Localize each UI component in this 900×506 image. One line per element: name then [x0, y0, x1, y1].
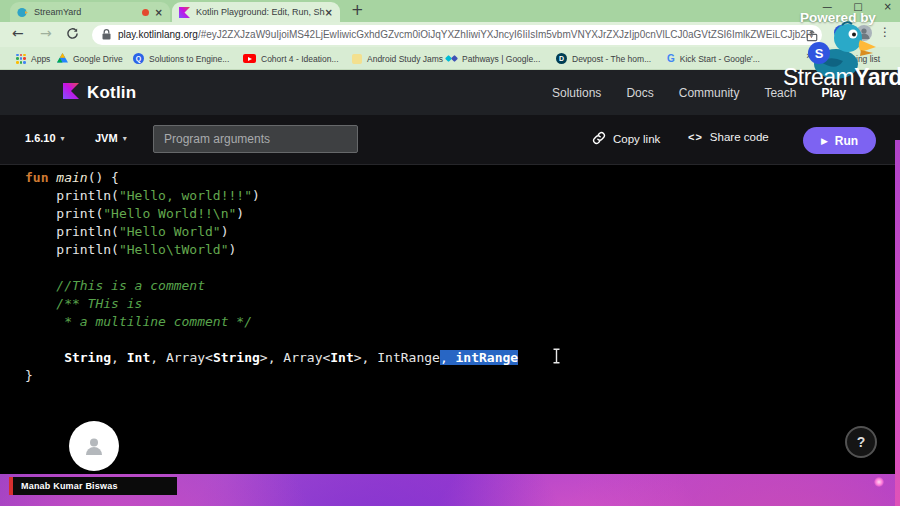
tab-streamyard[interactable]: StreamYard × — [10, 2, 170, 22]
webcam-avatar — [69, 421, 119, 471]
browser-tab-strip: StreamYard × Kotlin Playground: Edit, Ru… — [0, 0, 900, 22]
share-code-button[interactable]: <> Share code — [688, 131, 769, 143]
bookmark-label: Apps — [31, 54, 50, 64]
nav-docs[interactable]: Docs — [626, 86, 653, 100]
playground-toolbar: 1.6.10 ▾ JVM ▾ Copy link <> Share code ▶… — [0, 115, 900, 165]
tab-close-icon[interactable]: × — [155, 7, 163, 18]
forward-icon[interactable]: → — [40, 25, 52, 41]
help-button[interactable]: ? — [845, 426, 877, 458]
run-button[interactable]: ▶ Run — [803, 127, 876, 154]
bookmark-cohort[interactable]: Cohort 4 - Ideation... — [243, 51, 339, 66]
bookmark-label: Devpost - The hom... — [572, 54, 651, 64]
bookmark-label: Android Study Jams — [367, 54, 443, 64]
streamyard-favicon-icon — [17, 7, 28, 18]
page-favicon-icon — [352, 54, 362, 64]
copy-link-label: Copy link — [613, 133, 660, 145]
kotlin-logo-mark-icon — [63, 83, 79, 103]
apps-grid-icon — [16, 54, 26, 64]
copy-link-button[interactable]: Copy link — [592, 131, 660, 147]
reload-icon[interactable] — [66, 27, 79, 43]
link-icon — [592, 131, 606, 147]
play-icon: ▶ — [821, 136, 828, 146]
chevron-down-icon: ▾ — [61, 134, 65, 143]
share-code-label: Share code — [710, 131, 769, 143]
wordmark-yard: Yard — [854, 64, 900, 90]
new-tab-button[interactable]: + — [351, 1, 364, 19]
google-drive-icon — [57, 53, 68, 65]
url-bar[interactable]: play.kotlinlang.org/#eyJ2ZXJzaW9uIjoiMS4… — [92, 25, 822, 45]
bookmark-apps[interactable]: Apps — [16, 51, 50, 66]
bookmark-solutions[interactable]: Q Solutions to Engine... — [133, 51, 229, 66]
kotlin-logo[interactable]: Kotlin — [63, 83, 136, 103]
browser-menu-icon[interactable]: ⋮ — [879, 25, 891, 39]
url-domain: play.kotlinlang.org — [118, 29, 198, 40]
tab-close-icon[interactable]: × — [325, 7, 333, 18]
youtube-icon — [243, 54, 256, 63]
shared-screen: StreamYard × Kotlin Playground: Edit, Ru… — [0, 0, 900, 474]
code-brackets-icon: <> — [688, 131, 703, 143]
bookmark-pathways[interactable]: Pathways | Google... — [446, 51, 540, 66]
stage-sparkle-icon — [874, 477, 884, 487]
tab-kotlin-playground[interactable]: Kotlin Playground: Edit, Run, Sha × — [172, 2, 340, 22]
chevron-down-icon: ▾ — [123, 134, 127, 143]
kotlin-version-select[interactable]: 1.6.10 ▾ — [25, 132, 65, 144]
run-label: Run — [835, 134, 858, 148]
nav-community[interactable]: Community — [679, 86, 740, 100]
kotlin-site-header: Kotlin Solutions Docs Community Teach Pl… — [0, 70, 900, 115]
bookmark-label: Solutions to Engine... — [149, 54, 229, 64]
padlock-icon — [102, 26, 111, 44]
code-editor[interactable]: fun main() { println("Hello, world!!!") … — [0, 165, 900, 474]
version-value: 1.6.10 — [25, 132, 56, 144]
program-arguments-input[interactable] — [153, 125, 358, 153]
bookmark-label: Cohort 4 - Ideation... — [261, 54, 339, 64]
nav-solutions[interactable]: Solutions — [552, 86, 601, 100]
bookmark-google-drive[interactable]: Google Drive — [57, 51, 123, 66]
text-cursor-icon — [552, 348, 562, 368]
bookmark-label: Google Drive — [73, 54, 123, 64]
bookmark-label: Pathways | Google... — [462, 54, 540, 64]
recording-indicator-icon — [142, 9, 149, 16]
svg-text:S: S — [815, 46, 824, 61]
target-platform-select[interactable]: JVM ▾ — [95, 132, 127, 144]
bookmark-label: Kick Start - Google'... — [680, 54, 760, 64]
url-hash: /#eyJ2ZXJzaW9uIjoiMS42LjEwIiwicGxhdGZvcm… — [198, 29, 812, 40]
streamyard-wordmark: StreamYard — [783, 64, 900, 91]
pathways-icon — [446, 56, 457, 61]
tab-title: StreamYard — [34, 7, 138, 17]
code-block[interactable]: fun main() { println("Hello, world!!!") … — [25, 169, 518, 385]
tab-title: Kotlin Playground: Edit, Run, Sha — [196, 7, 325, 17]
wordmark-stream: Stream — [783, 64, 854, 90]
stage-background-strip — [895, 140, 900, 506]
google-g-icon: G — [667, 53, 675, 64]
target-value: JVM — [95, 132, 118, 144]
person-icon — [82, 434, 106, 458]
devpost-icon: D — [556, 53, 567, 64]
kotlin-logo-text: Kotlin — [87, 83, 136, 103]
speaker-name-tag: Manab Kumar Biswas — [9, 477, 177, 495]
q-circle-icon: Q — [133, 53, 144, 64]
bookmark-kick-start[interactable]: G Kick Start - Google'... — [667, 51, 760, 66]
browser-address-bar: ← → play.kotlinlang.org/#eyJ2ZXJzaW9uIjo… — [0, 22, 900, 47]
bookmark-android-study-jams[interactable]: Android Study Jams — [352, 51, 443, 66]
bookmarks-bar: Apps Google Drive Q Solutions to Engine.… — [0, 47, 900, 70]
bookmark-devpost[interactable]: D Devpost - The hom... — [556, 51, 651, 66]
back-icon[interactable]: ← — [12, 25, 24, 41]
kotlin-favicon-icon — [179, 7, 190, 18]
